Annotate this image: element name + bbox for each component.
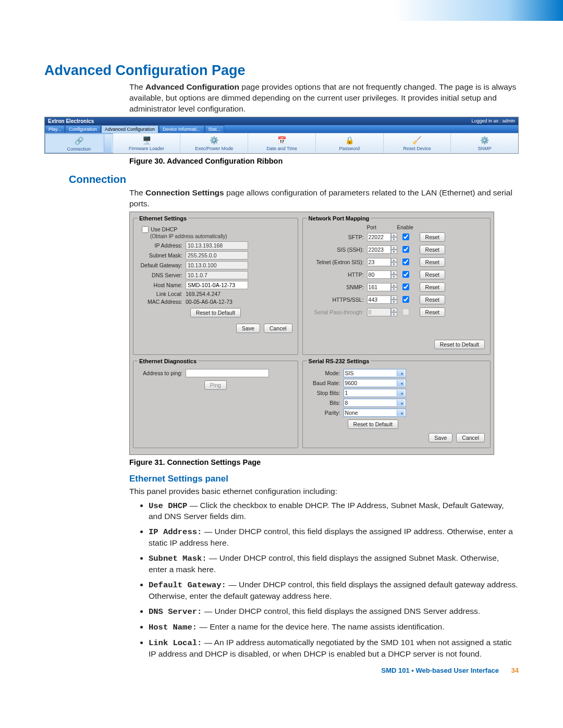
ribbon-tab[interactable]: Advanced Configuration <box>101 125 158 133</box>
ribbon-item-icon: 🔒 <box>317 135 382 145</box>
port-reset-button[interactable]: Reset <box>420 270 445 279</box>
mask-field[interactable]: 255.255.0.0 <box>186 251 248 260</box>
ribbon-item-icon: 🖥️ <box>114 135 179 145</box>
ribbon-item[interactable]: ⚙️Exec/Power Mode <box>180 133 248 153</box>
port-row: HTTP:80▴▾Reset <box>307 269 486 280</box>
port-reset-button[interactable]: Reset <box>420 307 445 317</box>
ribbon-item[interactable]: 🖥️Firmware Loader <box>113 133 181 153</box>
eth-intro: This panel provides basic ethernet confi… <box>129 486 519 497</box>
mode-select[interactable]: SIS▾ <box>344 369 406 377</box>
rs232-save-button[interactable]: Save <box>429 433 452 442</box>
eth-cancel-button[interactable]: Cancel <box>264 324 292 333</box>
bullet-item: IP Address: — Under DHCP control, this f… <box>149 526 519 549</box>
ribbon-items: 🔗Connection🖥️Firmware Loader⚙️Exec/Power… <box>45 133 518 153</box>
ribbon-item-label: Exec/Power Mode <box>181 146 247 151</box>
ethernet-legend: Ethernet Settings <box>138 215 188 221</box>
ribbon-tab[interactable]: Stat... <box>205 125 225 133</box>
dhcp-note: (Obtain IP address automatically) <box>150 233 293 239</box>
connection-intro: The Connection Settings page allows conf… <box>129 188 519 209</box>
port-spinner[interactable]: ▴▾ <box>391 295 397 304</box>
port-label: Serial Pass-through: <box>307 309 367 315</box>
enable-header: Enable <box>397 225 418 230</box>
port-enable-checkbox[interactable] <box>402 271 409 278</box>
footer-text: SMD 101 • Web-based User Interface <box>382 667 499 674</box>
ribbon-item-icon: ⚙️ <box>181 135 247 145</box>
subsection-ethernet: Ethernet Settings panel <box>129 474 519 484</box>
port-spinner[interactable]: ▴▾ <box>391 245 397 254</box>
mask-label: Subnet Mask: <box>138 252 186 258</box>
port-number[interactable]: 443 <box>367 295 391 304</box>
ribbon-item[interactable]: 🔒Password <box>316 133 384 153</box>
ip-label: IP Address: <box>138 242 186 249</box>
ping-addr-field[interactable] <box>186 369 269 377</box>
port-enable-checkbox[interactable] <box>402 283 409 290</box>
port-number[interactable]: 22023 <box>367 245 391 254</box>
rs232-cancel-button[interactable]: Cancel <box>456 433 485 442</box>
dhcp-checkbox[interactable] <box>142 226 149 233</box>
ping-button[interactable]: Ping <box>204 380 227 390</box>
port-number[interactable]: 23 <box>367 258 391 266</box>
ribbon-item-icon: 🔗 <box>46 136 112 145</box>
port-enable-checkbox[interactable] <box>402 309 409 315</box>
ribbon-tab[interactable]: Configuration <box>65 125 101 133</box>
port-label: SFTP: <box>307 234 367 240</box>
ribbon-tab[interactable]: Play... <box>45 125 65 133</box>
ribbon-tab[interactable]: Device Informati... <box>159 125 204 133</box>
eth-reset-button[interactable]: Reset to Default <box>190 308 241 317</box>
parity-select[interactable]: None▾ <box>344 409 406 417</box>
port-enable-checkbox[interactable] <box>402 233 409 240</box>
gw-field[interactable]: 10.13.0.100 <box>186 261 248 269</box>
port-number[interactable]: 0 <box>367 308 391 316</box>
figure31-caption: Figure 31. Connection Settings Page <box>129 458 519 466</box>
ribbon-screenshot: Extron Electronics Logged in as : admin … <box>44 117 519 154</box>
intro-text: The Advanced Configuration page provides… <box>129 82 519 115</box>
port-label: HTTP: <box>307 272 367 278</box>
port-reset-button[interactable]: Reset <box>420 232 445 242</box>
dhcp-label: Use DHCP <box>151 226 177 232</box>
gw-label: Default Gateway: <box>138 262 186 268</box>
ethernet-fieldset: Ethernet Settings Use DHCP (Obtain IP ad… <box>133 215 298 355</box>
port-reset-button[interactable]: Reset <box>420 245 445 254</box>
port-number[interactable]: 22022 <box>367 233 391 241</box>
bits-select[interactable]: 8▾ <box>344 399 406 407</box>
port-header: Port <box>367 225 397 230</box>
baud-select[interactable]: 9600▾ <box>344 379 406 387</box>
port-row: HTTPS/SSL:443▴▾Reset <box>307 294 486 305</box>
ribbon-item[interactable]: ⚙️SNMP <box>451 133 518 153</box>
bullet-code: DNS Server: <box>149 607 202 616</box>
port-spinner[interactable]: ▴▾ <box>391 258 397 266</box>
port-enable-checkbox[interactable] <box>402 246 409 253</box>
eth-save-button[interactable]: Save <box>236 324 260 333</box>
portmap-reset-button[interactable]: Reset to Default <box>434 340 485 349</box>
dns-field[interactable]: 10.1.0.7 <box>186 271 248 279</box>
ribbon-item[interactable]: 🧹Reset Device <box>384 133 451 153</box>
port-reset-button[interactable]: Reset <box>420 282 445 292</box>
port-spinner[interactable]: ▴▾ <box>391 283 397 291</box>
port-reset-button[interactable]: Reset <box>420 257 445 267</box>
port-enable-checkbox[interactable] <box>402 296 409 303</box>
section-connection: Connection <box>69 174 519 186</box>
port-reset-button[interactable]: Reset <box>420 295 445 304</box>
port-spinner[interactable]: ▴▾ <box>391 270 397 279</box>
bullet-item: Link Local: — An IP address automaticall… <box>149 637 519 660</box>
host-field[interactable] <box>186 281 248 289</box>
ribbon-item-icon: ⚙️ <box>452 135 517 145</box>
port-spinner[interactable]: ▴▾ <box>391 233 397 241</box>
port-spinner[interactable]: ▴▾ <box>391 308 397 316</box>
ribbon-item[interactable]: 📅Date and Time <box>248 133 316 153</box>
ribbon-item-label: Firmware Loader <box>114 146 179 151</box>
ip-field[interactable]: 10.13.193.168 <box>186 241 248 250</box>
login-status: Logged in as : admin <box>471 118 515 124</box>
port-label: SIS (SSH): <box>307 246 367 253</box>
port-enable-checkbox[interactable] <box>402 258 409 265</box>
stop-select[interactable]: 1▾ <box>344 389 406 397</box>
bits-label: Bits: <box>307 400 344 406</box>
bullet-list: Use DHCP — Click the checkbox to enable … <box>149 500 519 660</box>
port-number[interactable]: 161 <box>367 283 391 291</box>
ribbon-item[interactable]: 🔗Connection <box>45 133 113 153</box>
ribbon-item-icon: 🧹 <box>385 135 450 145</box>
port-number[interactable]: 80 <box>367 270 391 279</box>
rs232-reset-button[interactable]: Reset to Default <box>348 419 398 429</box>
parity-label: Parity: <box>307 410 344 416</box>
port-row: Serial Pass-through:0▴▾Reset <box>307 306 486 318</box>
